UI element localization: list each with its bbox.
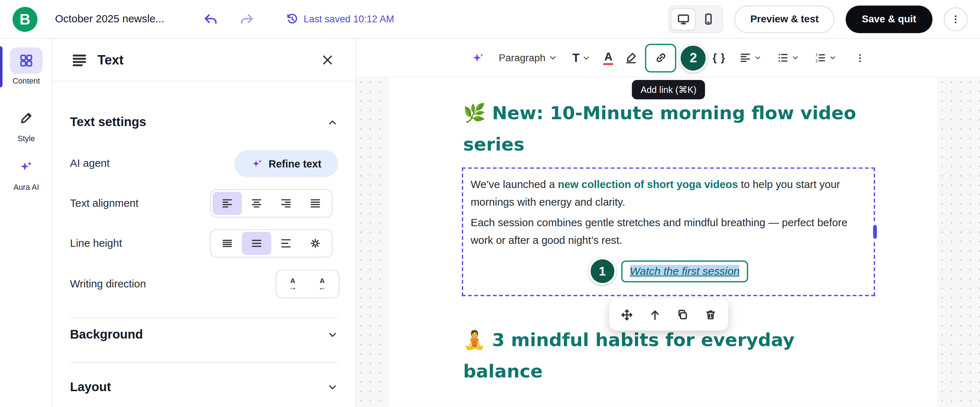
- writing-ltr-option[interactable]: A→: [278, 272, 308, 295]
- text-color-button[interactable]: A: [600, 47, 617, 68]
- delete-block-button[interactable]: [700, 305, 721, 325]
- align-right-option[interactable]: [271, 192, 301, 215]
- mobile-icon: [702, 13, 715, 25]
- style-pen-icon: [19, 111, 34, 126]
- text-settings-heading: Text settings: [70, 115, 146, 129]
- desktop-icon: [677, 13, 690, 25]
- selection-resize-handle[interactable]: [872, 224, 878, 240]
- ai-assist-button[interactable]: [468, 47, 489, 68]
- bullet-list-icon: [777, 52, 789, 64]
- email-heading-1[interactable]: 🌿 New: 10-Minute morning flow video seri…: [463, 98, 857, 160]
- line-height-label: Line height: [70, 237, 122, 250]
- chevron-down-icon: [327, 382, 338, 393]
- align-left-icon: [221, 197, 233, 209]
- alignment-dropdown[interactable]: [735, 48, 765, 68]
- writing-direction-control: A→ A←: [275, 270, 339, 298]
- line-height-loose-option[interactable]: [271, 232, 301, 255]
- text-size-letter: T: [572, 51, 579, 64]
- ai-sparkle-icon: [251, 158, 263, 170]
- line-height-control: [210, 229, 332, 258]
- lotus-emoji: 🧘: [463, 329, 486, 350]
- undo-button[interactable]: [199, 8, 221, 30]
- link-icon: [654, 51, 667, 64]
- topbar-actions: Preview & test Save & quit: [668, 5, 967, 33]
- background-section-header[interactable]: Background: [70, 328, 338, 342]
- preview-test-button[interactable]: Preview & test: [735, 5, 834, 33]
- align-justify-option[interactable]: [301, 192, 330, 215]
- annotation-badge-1: 1: [589, 258, 616, 285]
- add-link-button[interactable]: [645, 44, 677, 72]
- ltr-icon: A→: [289, 277, 296, 291]
- panel-header: Text: [52, 39, 356, 81]
- block-action-toolbar: [609, 299, 728, 330]
- refine-text-label: Refine text: [269, 158, 321, 170]
- arrow-up-icon: [648, 308, 662, 321]
- line-height-tight-option[interactable]: [213, 232, 242, 255]
- history-icon: [285, 13, 298, 25]
- line-height-loose-icon: [280, 237, 292, 249]
- selected-link-text[interactable]: Watch the first session: [621, 260, 748, 282]
- highlight-color-button[interactable]: [621, 48, 641, 68]
- save-quit-button[interactable]: Save & quit: [846, 5, 932, 33]
- writing-rtl-option[interactable]: A←: [307, 272, 337, 295]
- line-height-medium-option[interactable]: [242, 232, 271, 255]
- sidebar-item-style[interactable]: Style: [0, 105, 52, 143]
- line-height-custom-option[interactable]: [301, 232, 330, 255]
- left-nav-rail: Content Style Aura AI: [0, 39, 52, 407]
- email-page[interactable]: 🌿 New: 10-Minute morning flow video seri…: [389, 78, 937, 407]
- text-block-icon: [72, 51, 88, 68]
- selected-text-block[interactable]: We’ve launched a new collection of short…: [462, 167, 875, 296]
- desktop-view-button[interactable]: [671, 8, 696, 30]
- gear-icon: [310, 237, 321, 249]
- toolbar-more-button[interactable]: [851, 48, 869, 67]
- sidebar-item-label: Style: [0, 134, 52, 143]
- duplicate-block-button[interactable]: [673, 305, 693, 325]
- line-height-tight-icon: [221, 237, 233, 249]
- personalization-button[interactable]: { }: [709, 48, 729, 68]
- bold-link-text[interactable]: new collection of short yoga videos: [558, 179, 738, 191]
- email-heading-2[interactable]: 🧘 3 mindful habits for everyday balance: [463, 324, 857, 386]
- redo-icon: [239, 11, 255, 27]
- align-justify-icon: [310, 197, 321, 209]
- sidebar-item-content[interactable]: Content: [0, 48, 52, 86]
- paragraph-style-value: Paragraph: [499, 52, 546, 64]
- text-settings-section-header[interactable]: Text settings: [70, 115, 338, 129]
- paragraph-style-dropdown[interactable]: Paragraph: [495, 48, 561, 67]
- undo-icon: [203, 11, 218, 27]
- move-block-button[interactable]: [617, 305, 637, 325]
- refine-text-button[interactable]: Refine text: [235, 150, 338, 177]
- top-bar: B October 2025 newsle... Last saved 10:1…: [0, 0, 980, 39]
- text-alignment-control: [210, 189, 332, 218]
- ai-sparkle-icon: [471, 51, 485, 64]
- mobile-view-button[interactable]: [696, 8, 721, 30]
- chevron-down-icon: [582, 53, 591, 62]
- writing-direction-label: Writing direction: [70, 278, 146, 291]
- move-up-button[interactable]: [645, 305, 665, 325]
- braces-icon: { }: [713, 52, 725, 64]
- text-color-icon: A: [603, 51, 614, 64]
- align-center-icon: [251, 197, 262, 209]
- numbered-list-dropdown[interactable]: 12: [810, 48, 840, 68]
- bullet-list-dropdown[interactable]: [773, 48, 803, 68]
- align-left-option[interactable]: [213, 192, 242, 215]
- email-paragraph-1[interactable]: We’ve launched a new collection of short…: [471, 176, 866, 211]
- link-row: 1 Watch the first session: [471, 258, 866, 285]
- align-center-option[interactable]: [242, 192, 271, 215]
- last-saved-text: Last saved 10:12 AM: [304, 13, 394, 24]
- app-window: B October 2025 newsle... Last saved 10:1…: [0, 0, 980, 407]
- svg-text:1: 1: [815, 52, 818, 57]
- kebab-icon: [854, 52, 865, 64]
- close-panel-button[interactable]: [318, 51, 337, 69]
- redo-button[interactable]: [235, 8, 258, 30]
- device-preview-toggle: [668, 5, 724, 33]
- trash-icon: [704, 308, 718, 321]
- email-paragraph-2[interactable]: Each session combines gentle stretches a…: [471, 214, 866, 249]
- more-options-button[interactable]: [943, 7, 967, 31]
- layout-section-header[interactable]: Layout: [70, 380, 338, 394]
- line-height-medium-icon: [251, 237, 262, 249]
- chevron-down-icon: [327, 329, 338, 340]
- text-format-toolbar: Paragraph T A 2 { }: [356, 39, 980, 78]
- annotation-badge-2: 2: [679, 44, 708, 72]
- sidebar-item-aura-ai[interactable]: Aura AI: [0, 154, 52, 192]
- text-size-dropdown[interactable]: T: [568, 47, 595, 68]
